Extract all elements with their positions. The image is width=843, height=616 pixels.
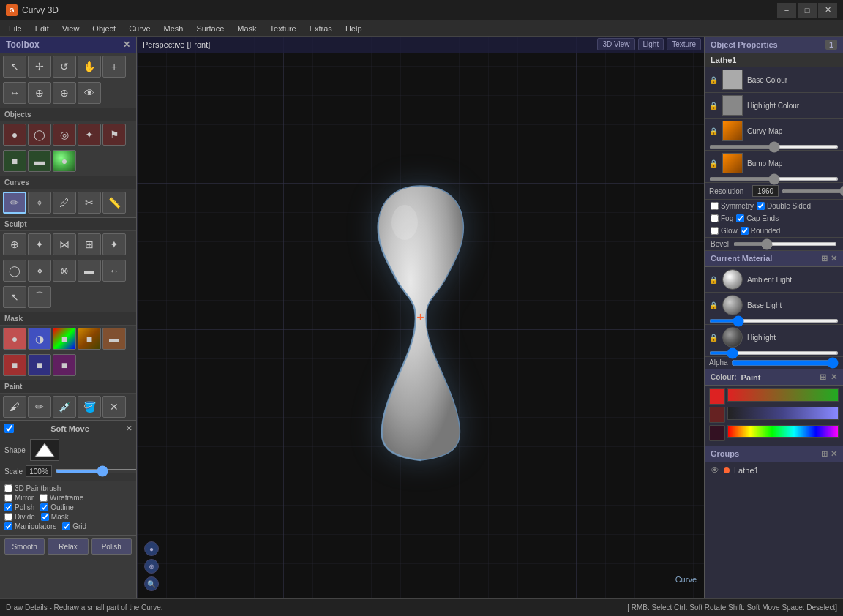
cap-ends-check[interactable]: [736, 214, 744, 222]
grab-tool[interactable]: ✋: [78, 56, 101, 78]
base-light-slider[interactable]: [709, 319, 839, 323]
3dpaintbrush-check[interactable]: [4, 484, 12, 492]
mask-red[interactable]: ■: [3, 354, 26, 376]
menu-help[interactable]: Help: [340, 23, 368, 34]
symmetry-check[interactable]: [711, 202, 719, 210]
light-button[interactable]: Light: [638, 38, 664, 50]
curve-edit[interactable]: ⌖: [28, 192, 51, 214]
sculpt-pinch[interactable]: ⋈: [53, 233, 76, 255]
divide-check[interactable]: [4, 513, 12, 521]
paint-eraser[interactable]: ✕: [102, 396, 126, 418]
fog-check[interactable]: [711, 214, 719, 222]
menu-file[interactable]: File: [3, 23, 28, 34]
obj-flag[interactable]: ⚑: [102, 124, 126, 146]
scale-slider[interactable]: [55, 469, 137, 473]
colour-expand-icon[interactable]: ⊞: [820, 372, 826, 382]
sculpt-crease[interactable]: ⋄: [28, 260, 51, 282]
obj-sphere[interactable]: ●: [3, 124, 26, 146]
menu-object[interactable]: Object: [86, 23, 121, 34]
color-swatch-dark[interactable]: [709, 407, 725, 423]
mask-blue[interactable]: ■: [28, 354, 51, 376]
mat-close-icon[interactable]: ✕: [831, 254, 837, 263]
obj-torus[interactable]: ◯: [28, 124, 51, 146]
color-swatch-dark2[interactable]: [709, 425, 725, 441]
close-button[interactable]: ✕: [818, 3, 837, 18]
3dview-button[interactable]: 3D View: [597, 38, 634, 50]
zoom-tool[interactable]: ⊕: [53, 82, 76, 104]
alpha-slider[interactable]: [731, 360, 839, 366]
polish-button[interactable]: Polish: [91, 538, 132, 555]
rounded-check[interactable]: [741, 227, 749, 235]
eye-tool[interactable]: 👁: [78, 82, 101, 104]
mask-purple[interactable]: ■: [53, 354, 76, 376]
orbit-tool[interactable]: ⊕: [28, 82, 51, 104]
sculpt-move2[interactable]: ↖: [3, 286, 26, 308]
color-gradient-rainbow[interactable]: [727, 425, 839, 438]
bump-map-row[interactable]: 🔒 Bump Map: [705, 151, 843, 176]
select-tool[interactable]: ↖: [3, 56, 26, 78]
highlight-slider[interactable]: [709, 351, 839, 355]
curve-measure[interactable]: 📏: [102, 192, 126, 214]
groups-expand-icon[interactable]: ⊞: [821, 449, 828, 459]
nav-zoom-icon[interactable]: 🔍: [144, 576, 159, 591]
sculpt-spread[interactable]: ✦: [28, 233, 51, 255]
grid-check[interactable]: [62, 522, 70, 530]
sculpt-smooth[interactable]: ◯: [3, 260, 26, 282]
resolution-slider[interactable]: [782, 189, 843, 193]
color-gradient-red-green[interactable]: [727, 388, 839, 402]
obj-ring[interactable]: ◎: [53, 124, 76, 146]
minimize-button[interactable]: −: [777, 3, 796, 18]
glow-check[interactable]: [711, 227, 719, 235]
group-lathe1-item[interactable]: 👁 Lathe1: [705, 462, 843, 478]
sculpt-ruler[interactable]: ↔: [102, 260, 126, 282]
base-colour-row[interactable]: 🔒 Base Colour: [705, 67, 843, 92]
wireframe-check[interactable]: [40, 494, 48, 502]
sculpt-expand[interactable]: ⊞: [78, 233, 101, 255]
menu-surface[interactable]: Surface: [190, 23, 230, 34]
paint-fill[interactable]: 🪣: [78, 396, 101, 418]
move-tool[interactable]: ✢: [28, 56, 51, 78]
sculpt-orbit[interactable]: ⊕: [3, 233, 26, 255]
sculpt-arc[interactable]: ⌒: [28, 286, 51, 308]
mask-gradient[interactable]: ■: [78, 328, 101, 350]
highlight-colour-row[interactable]: 🔒 Highlight Colour: [705, 93, 843, 118]
sculpt-inflate[interactable]: ⊗: [53, 260, 76, 282]
mask-check[interactable]: [41, 513, 49, 521]
mat-expand-icon[interactable]: ⊞: [821, 254, 828, 263]
rotate-tool[interactable]: ↺: [53, 56, 76, 78]
mask-color[interactable]: ■: [53, 328, 76, 350]
menu-extras[interactable]: Extras: [304, 23, 338, 34]
maximize-button[interactable]: □: [798, 3, 817, 18]
curve-cut[interactable]: ✂: [78, 192, 101, 214]
add-tool[interactable]: +: [102, 56, 126, 78]
curve-pen[interactable]: 🖊: [53, 192, 76, 214]
color-swatch-red[interactable]: [709, 388, 725, 405]
mirror-check[interactable]: [4, 494, 12, 502]
menu-mesh[interactable]: Mesh: [158, 23, 190, 34]
curvy-map-row[interactable]: 🔒 Curvy Map: [705, 119, 843, 143]
outline-check[interactable]: [40, 503, 48, 511]
color-gradient-multi[interactable]: [727, 407, 839, 420]
menu-curve[interactable]: Curve: [123, 23, 156, 34]
mask-sub[interactable]: ◑: [28, 328, 51, 350]
resolution-input[interactable]: [752, 185, 779, 197]
menu-view[interactable]: View: [56, 23, 86, 34]
mask-add[interactable]: ●: [3, 328, 26, 350]
groups-close-icon[interactable]: ✕: [831, 449, 837, 459]
obj-cylinder[interactable]: ▬: [28, 150, 51, 172]
sculpt-flatten[interactable]: ▬: [78, 260, 101, 282]
menu-mask[interactable]: Mask: [231, 23, 262, 34]
colour-close-icon[interactable]: ✕: [831, 372, 837, 382]
polish-check[interactable]: [4, 503, 12, 511]
manipulators-check[interactable]: [4, 522, 12, 530]
softmove-close-icon[interactable]: ✕: [126, 424, 132, 432]
shape-preview[interactable]: [30, 439, 59, 461]
toolbox-close-icon[interactable]: ✕: [123, 40, 130, 50]
obj-star[interactable]: ✦: [78, 124, 101, 146]
obj-ball[interactable]: ●: [53, 150, 76, 172]
texture-button[interactable]: Texture: [667, 38, 701, 50]
bevel-slider[interactable]: [733, 242, 837, 246]
smooth-button[interactable]: Smooth: [4, 538, 45, 555]
curvy-map-slider[interactable]: [709, 145, 839, 149]
nav-rotate-icon[interactable]: ●: [144, 541, 159, 556]
